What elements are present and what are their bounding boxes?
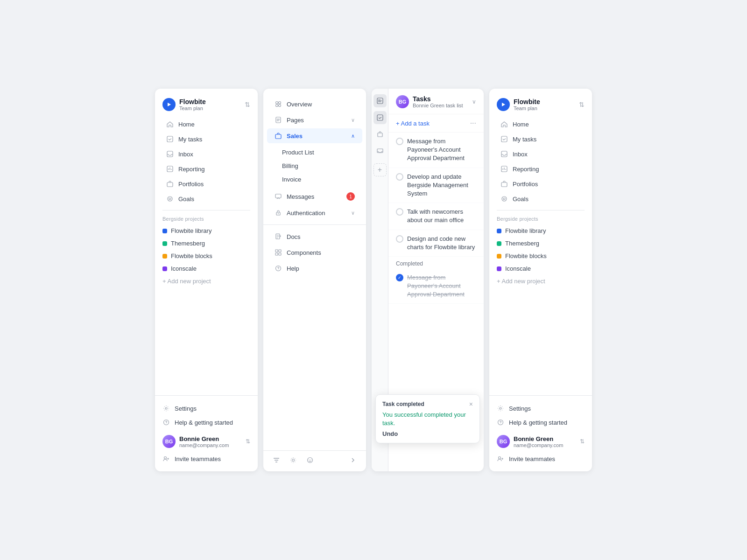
project-blocks-right[interactable]: Flowbite blocks xyxy=(489,250,592,262)
pages-icon xyxy=(275,116,282,124)
notif-close-button[interactable]: × xyxy=(469,400,473,408)
add-task-button[interactable]: + Add a task xyxy=(396,120,430,127)
task-item-4[interactable]: Design and code new charts for Flowbite … xyxy=(388,230,484,257)
nav-portfolios-left[interactable]: Portfolios xyxy=(159,177,254,191)
nav-docs[interactable]: Docs xyxy=(267,229,362,244)
nav-inbox-right[interactable]: Inbox xyxy=(493,147,588,161)
mini-icon-1[interactable] xyxy=(374,94,387,107)
nav-reporting-label-right: Reporting xyxy=(513,166,539,173)
user-chevron-right[interactable]: ⇅ xyxy=(580,438,585,445)
messages-icon xyxy=(275,193,282,200)
brand-chevron-left[interactable]: ⇅ xyxy=(245,101,250,108)
subnav-product-list[interactable]: Product List xyxy=(263,146,366,159)
nav-messages[interactable]: Messages 1 xyxy=(267,189,362,204)
brand-chevron-right[interactable]: ⇅ xyxy=(579,101,585,108)
notif-undo-button[interactable]: Undo xyxy=(382,430,473,437)
nav-components[interactable]: Components xyxy=(267,245,362,260)
home-icon-left xyxy=(166,120,174,128)
user-chevron-left[interactable]: ⇅ xyxy=(246,438,250,445)
add-task-label: + Add a task xyxy=(396,120,430,127)
mini-icon-4[interactable] xyxy=(374,145,387,158)
user-details-right: Bonnie Green name@company.com xyxy=(514,435,563,448)
messages-badge: 1 xyxy=(346,192,355,201)
task-checkbox-3[interactable] xyxy=(396,208,403,216)
task-item-2[interactable]: Develop and update Bergside Management S… xyxy=(388,168,484,203)
task-checkbox-completed-1[interactable]: ✓ xyxy=(396,274,403,281)
project-flowbite-right[interactable]: Flowbite library xyxy=(489,224,592,237)
filter-icon[interactable] xyxy=(273,456,280,466)
task-checkbox-1[interactable] xyxy=(396,138,403,145)
nav-authentication[interactable]: Authentication ∨ xyxy=(267,205,362,220)
subnav-invoice[interactable]: Invoice xyxy=(263,173,366,186)
settings-footer-icon[interactable] xyxy=(289,456,297,466)
brand-text-right: Flowbite Team plan xyxy=(514,98,540,111)
svg-point-11 xyxy=(276,102,278,104)
auth-icon xyxy=(275,209,282,217)
tasks-panel: + BG Tasks Bonnie Green task list ∨ xyxy=(372,89,484,471)
tasks-header-chevron[interactable]: ∨ xyxy=(472,98,476,105)
avatar-left: BG xyxy=(162,435,176,448)
nav-mytasks-right[interactable]: My tasks xyxy=(493,132,588,146)
project-themesberg-left[interactable]: Themesberg xyxy=(155,237,258,250)
task-item-completed-1[interactable]: ✓ Message from Payoneer's Account Approv… xyxy=(388,269,484,304)
project-name-flowbite-left: Flowbite library xyxy=(171,227,211,234)
help-right[interactable]: Help & getting started xyxy=(489,415,592,429)
project-dot-themesberg-left xyxy=(162,241,167,246)
user-details-left: Bonnie Green name@company.com xyxy=(179,435,229,448)
sidebar-footer-left: Settings Help & getting started BG Bonni… xyxy=(155,395,258,471)
brand-name-left: Flowbite xyxy=(179,98,206,105)
brand-left[interactable]: Flowbite Team plan xyxy=(162,98,206,111)
project-flowbite-left[interactable]: Flowbite library xyxy=(155,224,258,237)
task-checkbox-4[interactable] xyxy=(396,235,403,243)
mini-icon-3[interactable] xyxy=(374,128,387,141)
project-iconscale-left[interactable]: Iconscale xyxy=(155,262,258,275)
subnav-billing[interactable]: Billing xyxy=(263,159,366,173)
user-info-left[interactable]: BG Bonnie Green name@company.com xyxy=(162,435,229,448)
nav-overview[interactable]: Overview xyxy=(267,97,362,112)
projects-section-label-left: Bergside projects xyxy=(155,214,258,224)
project-blocks-left[interactable]: Flowbite blocks xyxy=(155,250,258,262)
nav-divider xyxy=(263,224,366,225)
svg-point-13 xyxy=(276,105,278,107)
nav-goals-left[interactable]: Goals xyxy=(159,192,254,206)
nav-help[interactable]: Help xyxy=(267,261,362,276)
nav-mytasks-label-right: My tasks xyxy=(513,136,536,143)
nav-sales[interactable]: Sales ∧ xyxy=(267,128,362,143)
nav-mytasks-left[interactable]: My tasks xyxy=(159,132,254,146)
nav-home-left[interactable]: Home xyxy=(159,117,254,131)
invite-left[interactable]: Invite teammates xyxy=(155,452,258,466)
nav-goals-right[interactable]: Goals xyxy=(493,192,588,206)
user-info-right[interactable]: BG Bonnie Green name@company.com xyxy=(497,435,563,448)
add-project-left[interactable]: + Add new project xyxy=(155,275,258,287)
nav-overview-label: Overview xyxy=(287,101,312,108)
pages-chevron[interactable]: ∨ xyxy=(351,117,355,123)
nav-pages[interactable]: Pages ∨ xyxy=(267,112,362,127)
sales-chevron[interactable]: ∧ xyxy=(351,133,355,139)
mini-icon-add[interactable]: + xyxy=(374,163,387,176)
nav-inbox-left[interactable]: Inbox xyxy=(159,147,254,161)
nav-home-label-left: Home xyxy=(178,121,195,128)
task-item-1[interactable]: Message from Payoneer's Account Approval… xyxy=(388,133,484,168)
project-themesberg-right[interactable]: Themesberg xyxy=(489,237,592,250)
settings-right[interactable]: Settings xyxy=(489,401,592,415)
project-iconscale-right[interactable]: Iconscale xyxy=(489,262,592,275)
brand-right[interactable]: Flowbite Team plan xyxy=(497,98,540,111)
help-left[interactable]: Help & getting started xyxy=(155,415,258,429)
svg-rect-22 xyxy=(279,250,281,252)
nav-home-right[interactable]: Home xyxy=(493,117,588,131)
nav-panel-next-icon[interactable] xyxy=(349,456,357,466)
svg-marker-0 xyxy=(168,103,171,106)
tasks-title-info: BG Tasks Bonnie Green task list xyxy=(396,95,463,108)
settings-left[interactable]: Settings xyxy=(155,401,258,415)
task-checkbox-2[interactable] xyxy=(396,173,403,181)
auth-chevron[interactable]: ∨ xyxy=(351,210,355,216)
invite-right[interactable]: Invite teammates xyxy=(489,452,592,466)
mini-icon-2[interactable] xyxy=(374,111,387,124)
tasks-more-button[interactable]: ··· xyxy=(470,119,476,127)
emoji-icon[interactable] xyxy=(306,456,314,466)
task-item-3[interactable]: Talk with newcomers about our main offic… xyxy=(388,203,484,230)
nav-reporting-left[interactable]: Reporting xyxy=(159,162,254,176)
add-project-right[interactable]: + Add new project xyxy=(489,275,592,287)
nav-portfolios-right[interactable]: Portfolios xyxy=(493,177,588,191)
nav-reporting-right[interactable]: Reporting xyxy=(493,162,588,176)
